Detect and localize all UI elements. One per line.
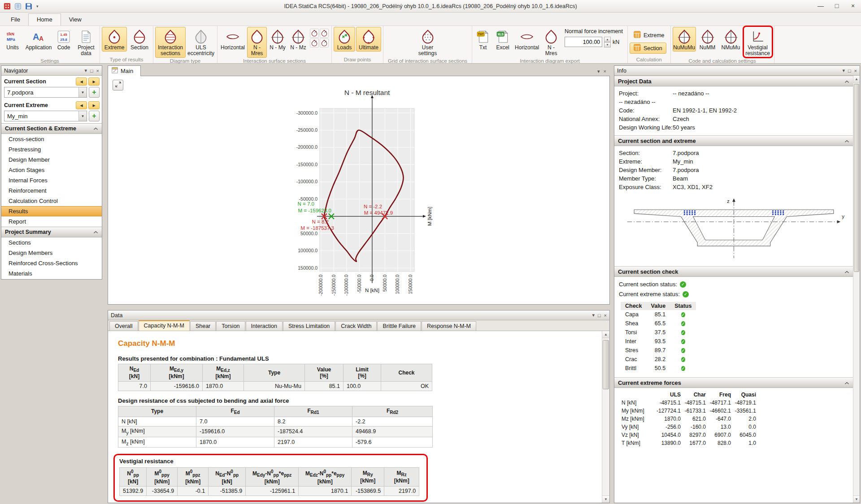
surface-view-button-3[interactable] [310, 39, 319, 47]
project-data-button[interactable]: Project data [74, 27, 98, 58]
ultimate-button[interactable]: Ultimate [356, 27, 381, 52]
nav-item[interactable]: Reinforced Cross-Sections [1, 258, 102, 268]
surface-view-button-2[interactable] [320, 29, 329, 38]
units-button[interactable]: t/kNMPaUnits [2, 27, 23, 52]
horizontal-section-button[interactable]: Horizontal [219, 27, 246, 52]
export-excel-button[interactable]: XLSExcel [493, 27, 513, 52]
interaction-sections-button[interactable]: Interaction sections [155, 27, 186, 58]
project-data-section-header[interactable]: Project Data [614, 76, 853, 86]
nav-item[interactable]: Sections [1, 237, 102, 248]
extreme-results-button[interactable]: Extreme [102, 27, 127, 52]
calculation-section-button[interactable]: Section [630, 43, 666, 54]
n-m-resultant-chart[interactable]: -300000.0-250000.0-200000.0-150000.0-100… [112, 77, 605, 301]
scroll-up-icon[interactable]: ▲ [853, 76, 860, 83]
maximize-button[interactable]: □ [829, 0, 845, 12]
nav-item[interactable]: Prestressing [1, 144, 102, 155]
nmumu-button[interactable]: NMuMu [719, 27, 743, 52]
data-tab[interactable]: Torsion [216, 321, 245, 331]
info-scrollbar[interactable]: ▲ ▼ [853, 76, 860, 503]
current-extreme-select[interactable]: My_min ▼ [4, 111, 87, 121]
panel-float-icon[interactable]: □ [90, 68, 93, 73]
numumu-button[interactable]: NuMuMu [673, 27, 696, 52]
nav-item[interactable]: Design Member [1, 155, 102, 165]
panel-float-icon[interactable]: □ [848, 68, 851, 73]
user-settings-button[interactable]: User settings [414, 27, 441, 58]
data-tab[interactable]: Crack Width [335, 321, 377, 331]
chevron-up-icon[interactable] [844, 78, 849, 85]
current-section-select[interactable]: 7.podpora ▼ [4, 87, 87, 98]
chevron-up-icon[interactable] [93, 127, 98, 130]
nav-item[interactable]: Materials [1, 268, 102, 279]
panel-close-icon[interactable]: × [604, 313, 607, 318]
tab-list-icon[interactable]: ▾ [597, 69, 600, 74]
add-section-button[interactable]: + [89, 87, 100, 98]
surface-view-button-1[interactable] [310, 29, 319, 38]
nav-group-project-summary[interactable]: Project Summary [1, 227, 102, 237]
save-icon[interactable] [24, 2, 33, 11]
scroll-up-icon[interactable]: ▲ [602, 331, 609, 338]
data-tab[interactable]: Capacity N-M-M [139, 320, 190, 331]
surface-view-button-4[interactable] [320, 39, 329, 47]
n-mres-button[interactable]: N - Mres [247, 27, 267, 58]
qat-dropdown-caret[interactable]: ▾ [35, 4, 40, 9]
menu-tab[interactable]: Home [28, 13, 61, 26]
menu-tab[interactable]: File [3, 14, 28, 26]
nav-item[interactable]: Design Members [1, 248, 102, 258]
chevron-up-icon[interactable] [844, 268, 849, 275]
numm-button[interactable]: NuMM [697, 27, 718, 52]
normal-force-increment-input[interactable] [565, 37, 602, 47]
data-tab[interactable]: Stress Limitation [283, 321, 335, 331]
nav-item[interactable]: Cross-section [1, 134, 102, 144]
panel-float-icon[interactable]: □ [598, 313, 601, 318]
n-my-button[interactable]: N - My [268, 27, 287, 52]
export-txt-button[interactable]: TXTTxt [474, 27, 492, 52]
data-tab[interactable]: Interaction [246, 321, 283, 331]
export-n-mres-button[interactable]: N - Mres [541, 27, 561, 58]
next-extreme-button[interactable]: ▶ [88, 101, 100, 109]
chevron-down-icon[interactable]: ▼ [78, 87, 87, 97]
project-icon[interactable] [13, 2, 22, 11]
nav-item[interactable]: Report [1, 216, 102, 227]
main-tab[interactable]: Main [108, 65, 141, 76]
scroll-down-icon[interactable]: ▼ [602, 495, 609, 503]
add-extreme-button[interactable]: + [89, 111, 100, 121]
nav-item[interactable]: Calculation Control [1, 196, 102, 206]
panel-menu-icon[interactable]: ▾ [84, 68, 87, 73]
code-button[interactable]: 1.4525.8Code [54, 27, 74, 52]
export-horizontal-button[interactable]: Horizontal [513, 27, 540, 52]
application-button[interactable]: AAApplication [24, 27, 53, 52]
current-section-header[interactable]: Current section and extreme [614, 135, 853, 146]
spinner-down-icon[interactable]: ▼ [604, 42, 611, 47]
prev-extreme-button[interactable]: ◀ [76, 101, 87, 109]
data-tab[interactable]: Shear [190, 321, 216, 331]
chevron-down-icon[interactable]: ▼ [78, 111, 87, 121]
increment-spinner[interactable]: ▲▼ [604, 37, 611, 47]
scroll-down-icon[interactable]: ▼ [853, 495, 860, 503]
extreme-forces-header[interactable]: Current extreme forces [614, 377, 853, 388]
nav-item[interactable]: Action Stages [1, 165, 102, 175]
data-tab[interactable]: Overall [109, 321, 138, 331]
panel-menu-icon[interactable]: ▾ [592, 312, 595, 318]
vestigial-resistance-button[interactable]: Vestigial resistance [744, 27, 772, 58]
calculation-extreme-button[interactable]: Extreme [630, 30, 669, 41]
uls-eccentricity-button[interactable]: ULS eccentricity [187, 27, 215, 58]
data-tab[interactable]: Response N-M-M [422, 321, 476, 331]
nav-item[interactable]: Internal Forces [1, 175, 102, 185]
scrollbar-thumb[interactable] [854, 84, 859, 272]
minimize-button[interactable]: — [813, 0, 829, 12]
spinner-up-icon[interactable]: ▲ [604, 37, 611, 42]
data-tab[interactable]: Brittle Failure [377, 321, 421, 331]
data-scrollbar[interactable]: ▲ ▼ [602, 331, 609, 503]
chevron-up-icon[interactable] [844, 379, 849, 386]
nav-item[interactable]: Results [1, 206, 102, 216]
prev-section-button[interactable]: ◀ [76, 78, 87, 86]
loads-button[interactable]: Loads [334, 27, 355, 52]
close-button[interactable]: × [845, 0, 861, 12]
chevron-up-icon[interactable] [93, 231, 98, 234]
nav-item[interactable]: Reinforcement [1, 185, 102, 196]
chevron-up-icon[interactable] [844, 138, 849, 144]
tab-close-icon[interactable]: × [604, 69, 606, 74]
n-mz-button[interactable]: N - Mz [288, 27, 308, 52]
panel-close-icon[interactable]: × [96, 68, 99, 73]
menu-tab[interactable]: View [61, 14, 90, 26]
